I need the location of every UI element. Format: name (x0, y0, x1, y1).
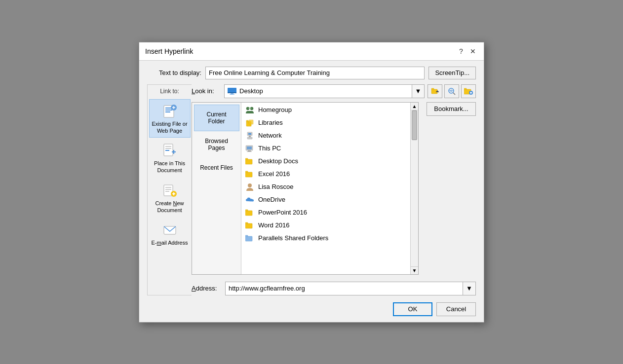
side-buttons: Bookmark... (427, 102, 476, 275)
address-row: Address: ▼ (192, 282, 476, 295)
svg-rect-38 (247, 146, 252, 149)
title-bar-controls: ? ✕ (456, 46, 478, 56)
svg-rect-20 (431, 88, 434, 90)
lookin-dropdown[interactable]: Desktop (224, 84, 412, 98)
svg-rect-34 (248, 133, 251, 135)
excel-folder-icon (245, 170, 254, 179)
text-display-row: Text to display: ScreenTip... (147, 67, 476, 79)
user-icon (245, 182, 254, 191)
file-item-network[interactable]: Network (241, 129, 410, 142)
close-button[interactable]: ✕ (468, 46, 478, 56)
address-label: Address: (192, 285, 221, 292)
place-in-document-label: Place in ThisDocument (154, 160, 185, 174)
libraries-icon (245, 118, 254, 127)
address-input-wrap: ▼ (225, 282, 476, 295)
file-item-libraries[interactable]: Libraries (241, 116, 410, 129)
svg-rect-11 (165, 189, 171, 190)
browse-nav-browsed-pages[interactable]: BrowsedPages (194, 131, 239, 158)
browse-nav-recent-files[interactable]: Recent Files (194, 158, 239, 178)
email-address-icon (162, 221, 178, 237)
word-2016-name: Word 2016 (258, 221, 289, 229)
svg-rect-31 (246, 120, 248, 122)
cancel-button[interactable]: Cancel (436, 302, 476, 316)
svg-rect-12 (165, 191, 169, 192)
scrollbar-thumb[interactable] (412, 110, 417, 140)
svg-rect-2 (165, 109, 172, 110)
current-folder-label: CurrentFolder (206, 111, 226, 125)
onedrive-icon (245, 195, 254, 204)
browse-nav-current-folder[interactable]: CurrentFolder (194, 105, 239, 131)
scroll-up-arrow[interactable]: ▲ (411, 103, 418, 110)
svg-rect-18 (230, 94, 234, 95)
onedrive-name: OneDrive (258, 196, 285, 203)
file-item-desktop-docs[interactable]: Desktop Docs (241, 155, 410, 168)
email-address-label: E-mail Address (152, 239, 188, 246)
text-to-display-input[interactable] (205, 67, 425, 79)
file-item-word-2016[interactable]: Word 2016 (241, 219, 410, 232)
file-item-powerpoint-2016[interactable]: PowerPoint 2016 (241, 206, 410, 219)
homegroup-icon (245, 106, 254, 114)
excel-2016-name: Excel 2016 (258, 170, 290, 178)
address-dropdown-arrow[interactable]: ▼ (463, 282, 475, 295)
svg-rect-46 (245, 211, 252, 216)
desktop-docs-icon (245, 157, 254, 166)
network-icon (245, 131, 254, 140)
bookmark-button[interactable]: Bookmark... (427, 102, 476, 116)
lookin-dropdown-arrow[interactable]: ▼ (412, 84, 425, 98)
desktop-docs-name: Desktop Docs (258, 157, 298, 165)
parallels-name: Parallels Shared Folders (258, 234, 328, 242)
browse-section: CurrentFolder BrowsedPages Recent Files (192, 102, 476, 275)
svg-rect-10 (165, 187, 171, 188)
file-item-lisa-roscoe[interactable]: Lisa Roscoe (241, 181, 410, 193)
recent-files-label: Recent Files (200, 164, 233, 171)
svg-point-28 (246, 107, 249, 110)
search-web-button[interactable] (444, 84, 459, 98)
new-folder-button[interactable] (461, 84, 476, 98)
bottom-buttons: OK Cancel (147, 302, 476, 316)
svg-point-29 (250, 107, 253, 110)
svg-rect-51 (245, 235, 248, 237)
go-up-button[interactable] (428, 84, 442, 98)
main-area: Link to: Existing File orWeb Page (147, 84, 476, 295)
sidebar-item-place[interactable]: Place in ThisDocument (149, 139, 191, 178)
help-button[interactable]: ? (456, 46, 466, 56)
existing-file-label: Existing File orWeb Page (152, 120, 187, 135)
scroll-down-arrow[interactable]: ▼ (411, 266, 418, 274)
lookin-label: Look in: (192, 87, 221, 95)
text-to-display-label: Text to display: (147, 69, 201, 76)
svg-point-45 (248, 183, 252, 187)
screentip-button[interactable]: ScreenTip... (428, 67, 476, 79)
file-item-excel-2016[interactable]: Excel 2016 (241, 168, 410, 181)
svg-rect-49 (245, 222, 248, 224)
sidebar-item-new[interactable]: Create NewDocument (149, 179, 191, 218)
powerpoint-folder-icon (245, 208, 254, 217)
file-item-onedrive[interactable]: OneDrive (241, 193, 410, 206)
scrollbar[interactable]: ▲ ▼ (410, 103, 418, 274)
insert-hyperlink-dialog: Insert Hyperlink ? ✕ Text to display: Sc… (139, 42, 484, 323)
browse-nav: CurrentFolder BrowsedPages Recent Files (192, 103, 241, 274)
title-bar: Insert Hyperlink ? ✕ (139, 42, 484, 61)
address-input[interactable] (226, 282, 463, 295)
sidebar-item-email[interactable]: E-mail Address (149, 218, 191, 250)
svg-rect-42 (245, 158, 248, 160)
svg-rect-3 (165, 111, 170, 112)
file-list[interactable]: Homegroup (241, 103, 410, 274)
svg-rect-43 (245, 172, 252, 177)
parallels-folder-icon (245, 234, 254, 243)
svg-rect-39 (248, 150, 251, 151)
svg-rect-47 (245, 210, 248, 211)
svg-rect-7 (165, 148, 171, 149)
ok-button[interactable]: OK (393, 302, 432, 316)
right-panel: Look in: Desktop (192, 84, 476, 295)
svg-line-24 (453, 93, 455, 95)
network-name: Network (258, 132, 282, 139)
svg-rect-40 (247, 151, 252, 152)
file-item-this-pc[interactable]: This PC (241, 142, 410, 155)
file-item-parallels[interactable]: Parallels Shared Folders (241, 232, 410, 245)
svg-rect-32 (249, 120, 253, 124)
word-folder-icon (245, 221, 254, 230)
svg-rect-16 (228, 92, 236, 93)
file-item-homegroup[interactable]: Homegroup (241, 104, 410, 116)
svg-rect-41 (245, 159, 252, 164)
sidebar-item-existing[interactable]: Existing File orWeb Page (149, 99, 191, 138)
